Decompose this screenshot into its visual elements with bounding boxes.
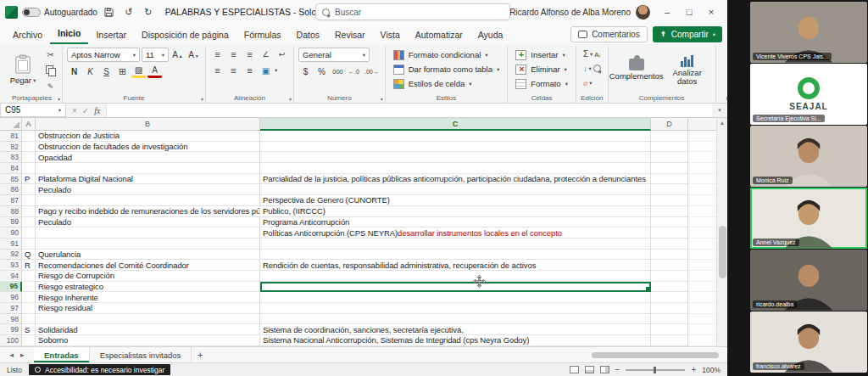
cell-C100[interactable]: Sistema Nacional Anticorrupción, Sistema… — [260, 335, 651, 346]
excel-app-icon[interactable] — [5, 6, 18, 19]
tab-revisar[interactable]: Revisar — [327, 26, 373, 44]
participant-tile-3[interactable]: Monica Ruiz — [750, 126, 867, 187]
select-all-corner[interactable] — [0, 118, 22, 131]
row-header-86[interactable]: 86 — [0, 184, 22, 195]
zoom-level[interactable]: 100% — [702, 366, 721, 374]
search-box[interactable]: Buscar — [315, 3, 510, 20]
cell-C98[interactable] — [260, 314, 651, 325]
analyze-data-button[interactable]: Analizar datos — [664, 48, 711, 92]
row-header-89[interactable]: 89 — [0, 217, 22, 228]
row-header-100[interactable]: 100 — [0, 335, 22, 346]
cancel-entry-icon[interactable]: × — [72, 106, 77, 115]
cell-B82[interactable]: Obstruccion de facultades de investigaci… — [36, 142, 260, 153]
increase-font-icon[interactable]: A — [170, 48, 185, 62]
formula-bar-expand-icon[interactable]: ▾ — [712, 104, 727, 117]
save-icon[interactable] — [102, 4, 117, 20]
undo-icon[interactable]: ↺ — [121, 4, 136, 20]
insert-cells-button[interactable]: Insertar ▾ — [512, 48, 571, 62]
zoom-in-button[interactable]: + — [691, 365, 696, 374]
row-header-85[interactable]: 85 — [0, 174, 22, 185]
cell-A86[interactable] — [22, 184, 36, 195]
cell-C87[interactable]: Perspectiva de Genero (CUNORTE) — [260, 195, 651, 206]
orientation-icon[interactable] — [259, 48, 273, 61]
tab-ayuda[interactable]: Ayuda — [470, 26, 511, 44]
row-header-84[interactable]: 84 — [0, 163, 22, 174]
tab-automatizar[interactable]: Automatizar — [408, 26, 470, 44]
decrease-font-icon[interactable]: A — [186, 48, 201, 62]
vertical-scroll-thumb[interactable] — [719, 226, 726, 278]
participant-tile-2[interactable]: SEAJALSecretaría Ejecutiva Si... — [750, 64, 867, 125]
cell-B89[interactable]: Peculado — [36, 217, 260, 228]
cell-D100[interactable] — [651, 335, 688, 346]
cell-A97[interactable] — [22, 303, 36, 314]
cell-A83[interactable] — [22, 152, 36, 163]
find-select-icon[interactable] — [593, 65, 601, 72]
delete-cells-button[interactable]: Eliminar ▾ — [512, 62, 571, 76]
dialog-launcher-icon[interactable]: ▾ — [58, 96, 60, 102]
cell-D95[interactable] — [651, 282, 688, 293]
scroll-up-icon[interactable]: ▲ — [720, 120, 726, 126]
cell-C97[interactable] — [260, 303, 651, 314]
cell-D97[interactable] — [651, 303, 688, 314]
sheet-nav-right-icon[interactable]: ▸ — [20, 351, 25, 359]
column-header-A[interactable]: A — [22, 118, 36, 131]
cell-B85[interactable]: Plataforma Digital Nacional — [36, 174, 260, 185]
cell-C93[interactable]: Rendición de cuentas, responsabilidad ad… — [260, 260, 651, 271]
addins-button[interactable]: Complementos — [613, 48, 660, 92]
row-header-94[interactable]: 94 — [0, 271, 22, 282]
paste-button[interactable]: Pegar▾ — [6, 48, 40, 92]
cell-B81[interactable]: Obstruccion de Justicia — [36, 131, 260, 142]
accessibility-status-button[interactable]: Accesibilidad: es necesario investigar — [29, 364, 170, 375]
cell-D91[interactable] — [651, 239, 688, 250]
formula-input[interactable] — [106, 104, 712, 117]
cell-B93[interactable]: Recomendaciones del Comité Coordinador — [36, 260, 260, 271]
row-header-83[interactable]: 83 — [0, 152, 22, 163]
cell-C92[interactable] — [260, 250, 651, 261]
confirm-entry-icon[interactable]: ✓ — [82, 106, 89, 115]
cell-C85[interactable]: Parcialidad de la justicia, políticas pú… — [260, 174, 651, 185]
horizontal-scrollbar[interactable] — [209, 347, 727, 362]
align-center-icon[interactable] — [226, 64, 241, 77]
row-header-88[interactable]: 88 — [0, 206, 22, 217]
share-chevron-icon[interactable]: ▾ — [713, 31, 715, 38]
vertical-scrollbar[interactable]: ▲ — [716, 118, 727, 346]
cell-C86[interactable] — [260, 184, 651, 195]
cell-B88[interactable]: Pago y recibo indebido de remuneraciones… — [36, 206, 260, 217]
cut-icon[interactable] — [43, 48, 58, 61]
minimize-button[interactable]: – — [656, 3, 678, 21]
column-header-D[interactable]: D — [651, 118, 688, 131]
fill-color-icon[interactable]: ▨ — [131, 65, 146, 78]
align-right-icon[interactable] — [242, 64, 257, 77]
column-header-B[interactable]: B — [36, 118, 260, 131]
sort-filter-icon[interactable] — [594, 50, 600, 59]
cell-A87[interactable] — [22, 195, 36, 206]
comments-button[interactable]: Comentarios — [570, 26, 648, 42]
participant-tile-6[interactable]: francisco.alvarez — [750, 311, 867, 373]
align-middle-icon[interactable] — [226, 48, 241, 61]
cell-C94[interactable] — [260, 271, 651, 282]
row-header-87[interactable]: 87 — [0, 195, 22, 206]
cell-B94[interactable]: Riesgo de Corrupción — [36, 271, 260, 282]
cell-B100[interactable]: Soborno — [36, 335, 260, 346]
zoom-out-button[interactable]: − — [615, 365, 620, 374]
autosave-toggle[interactable] — [22, 8, 41, 17]
bold-button[interactable]: N — [67, 65, 81, 78]
decrease-decimal-icon[interactable]: .00→ — [363, 65, 381, 78]
cell-B84[interactable] — [36, 163, 260, 174]
format-as-table-button[interactable]: Dar formato como tabla ▾ — [390, 62, 504, 76]
borders-icon[interactable] — [115, 65, 130, 78]
cell-C91[interactable] — [260, 239, 651, 250]
row-header-95[interactable]: 95 — [0, 282, 22, 293]
align-left-icon[interactable] — [210, 64, 225, 77]
name-box[interactable]: C95 ▾ — [0, 104, 66, 117]
cell-D85[interactable] — [651, 174, 688, 185]
cell-A85[interactable]: P — [22, 174, 36, 185]
cell-B90[interactable] — [36, 227, 260, 239]
cell-C84[interactable] — [260, 163, 651, 174]
font-size-select[interactable]: 11▾ — [142, 48, 169, 62]
sheet-nav-left-icon[interactable]: ◂ — [9, 351, 14, 359]
sheet-tab-especialistas-invitados[interactable]: Especialistas invitados — [90, 347, 192, 362]
dialog-launcher-icon[interactable]: ▾ — [381, 96, 383, 102]
row-header-96[interactable]: 96 — [0, 292, 22, 303]
cell-A92[interactable]: Q — [22, 250, 36, 261]
